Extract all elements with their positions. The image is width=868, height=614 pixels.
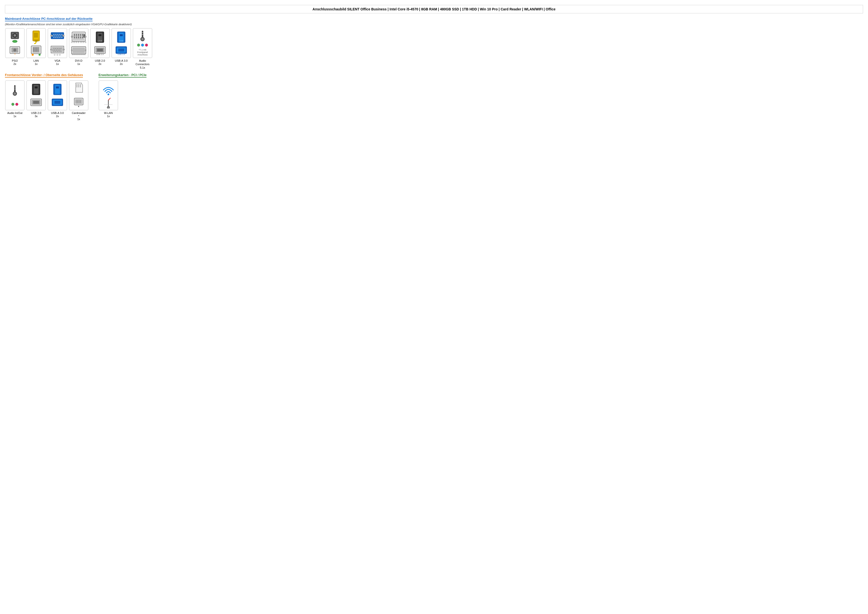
connector-usba3-count: 2x [120,62,123,65]
svg-rect-121 [76,84,78,87]
svg-point-6 [16,37,17,38]
connector-dvid: ⊡ ⊡ ⊡ ⊡ ⊡ ⊡ ⊡ ⊡⊡⊡⊡⊡⊡⊡⊡ DVI-D 1x [69,28,88,69]
svg-point-29 [57,34,58,35]
svg-rect-127 [77,100,78,103]
svg-rect-89 [97,48,103,51]
connector-usb2front-count: 3x [35,115,37,118]
connector-audio: *7.1 mitFrontpanelAnschluss Audio Connec… [133,28,152,69]
svg-point-37 [53,37,54,38]
front-usb2-cable-icon [30,83,43,96]
svg-text:USB 3.0: USB 3.0 [118,53,125,56]
page-title: Anschlussschaubild SILENT Office Busines… [5,5,863,13]
svg-rect-15 [35,33,36,38]
svg-point-44 [54,48,54,49]
svg-rect-69 [74,36,75,38]
connector-lan-label: LAN [33,59,39,62]
svg-rect-18 [35,40,37,42]
svg-point-39 [57,37,58,38]
connector-usba3front-label: USB-A 3.0 [51,111,64,115]
svg-rect-66 [78,34,79,36]
usb2-cable-icon: USB [93,31,106,44]
connector-audioinout-label: Audio In/Out [7,111,22,115]
lan-cable-icon [29,30,43,44]
front-usba3-cable-icon [51,83,64,96]
ps2-plug-icon [8,31,21,43]
connector-ps2-count: 2x [13,62,16,65]
svg-rect-102 [142,32,143,33]
connector-dvid-count: 1x [77,62,80,65]
connector-usb2front-box [26,81,46,110]
connector-cardreader-label: Cardreader [72,111,85,115]
svg-point-38 [56,37,56,38]
connector-usba3: USB USB 3.0 USB-A 3.0 2x [112,28,131,69]
svg-point-55 [56,51,56,52]
svg-text:USB: USB [98,40,102,42]
dvid-port-icon: ⊡⊡⊡⊡⊡⊡⊡⊡ [71,46,86,56]
connector-usba3front-box [48,81,67,110]
svg-rect-14 [34,33,35,38]
expansion-section-title: Erweiterungskarten - PCI / PCIe [98,73,146,78]
svg-rect-16 [36,33,37,38]
svg-point-32 [53,36,53,36]
front-audio-dot-pink [16,103,18,106]
connector-dvid-label: DVI-D [75,59,82,62]
svg-point-27 [53,34,54,35]
connector-audioinout-box [5,81,25,110]
svg-point-51 [56,50,57,50]
svg-rect-68 [82,34,83,36]
svg-text:■: ■ [78,105,79,107]
expansion-section: Erweiterungskarten - PCI / PCIe [98,73,146,121]
svg-rect-97 [118,48,124,51]
svg-rect-116 [55,85,60,94]
connector-usb2-box: USB USB 2.0 [90,28,110,58]
connector-usb2front: USB 2.0 3x [26,81,46,121]
svg-point-3 [12,33,13,34]
connector-vga-box: ⊙ ⊙ ⊙ [48,28,67,58]
front-connector-grid: Audio In/Out 1x USB 2. [5,81,88,121]
svg-point-5 [12,37,13,38]
svg-point-50 [54,50,55,50]
connector-ps2-box: ⊙ [5,28,25,58]
svg-rect-120 [54,101,60,104]
connector-audioinout: Audio In/Out 1x [5,81,25,121]
svg-rect-79 [73,48,85,53]
svg-rect-123 [80,84,81,87]
connector-usb2-label: USB 2.0 [95,59,105,62]
svg-point-35 [58,36,59,36]
connector-usb2front-label: USB 2.0 [31,111,41,115]
svg-line-133 [108,98,110,100]
connector-audioinout-count: 1x [13,115,16,118]
svg-point-36 [60,36,61,36]
svg-rect-122 [78,84,79,87]
sdcard-icon [73,82,84,95]
svg-point-53 [60,50,60,50]
cardreader-slot-icon: ■ [73,97,84,108]
connector-usb2: USB USB 2.0 USB 2.0 2x [90,28,110,69]
svg-point-10 [13,48,16,51]
front-section: Frontanschlüsse Vorder- / Oberseite des … [5,73,88,124]
svg-point-56 [57,51,58,52]
expansion-connector-grid: W-LAN 1x [98,81,146,118]
connector-usba3-label: USB-A 3.0 [115,59,127,62]
connector-vga: ⊙ ⊙ ⊙ VGA 1x [48,28,67,69]
connector-usba3front: USB-A 3.0 2x [48,81,67,121]
svg-rect-23 [36,47,37,52]
front-usb2-port-icon [30,98,43,108]
front-audio-dots [11,103,18,106]
connector-ps2-label: PS/2 [12,59,18,62]
svg-rect-21 [33,47,34,52]
svg-text:⊡⊡⊡⊡⊡⊡⊡⊡: ⊡⊡⊡⊡⊡⊡⊡⊡ [72,53,85,56]
usba3-cable-icon: USB [115,31,128,44]
bottom-sections: Frontanschlüsse Vorder- / Oberseite des … [5,73,863,124]
svg-point-25 [32,54,34,56]
front-usba3-port-icon [51,98,64,108]
wlan-wifi-icon [101,82,116,97]
svg-point-42 [51,35,53,37]
svg-point-4 [16,33,17,34]
svg-rect-129 [80,100,81,103]
connector-wlan-box [99,81,118,110]
svg-point-76 [84,36,86,38]
svg-rect-17 [37,33,37,38]
svg-rect-72 [80,36,81,38]
audio-dot-blue [141,44,144,47]
